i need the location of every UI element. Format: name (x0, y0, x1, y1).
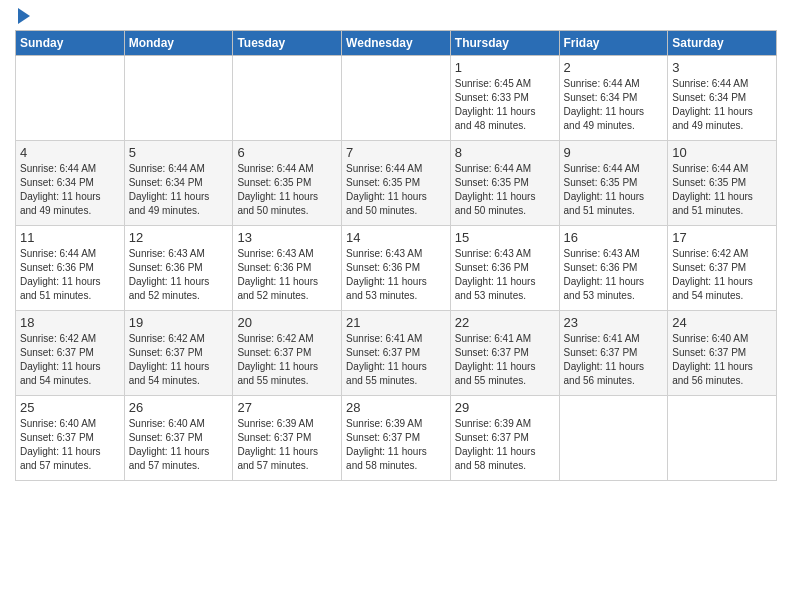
calendar-cell: 29Sunrise: 6:39 AM Sunset: 6:37 PM Dayli… (450, 396, 559, 481)
day-number: 24 (672, 315, 772, 330)
cell-content: Sunrise: 6:40 AM Sunset: 6:37 PM Dayligh… (20, 417, 120, 473)
day-number: 22 (455, 315, 555, 330)
day-number: 4 (20, 145, 120, 160)
calendar-cell: 26Sunrise: 6:40 AM Sunset: 6:37 PM Dayli… (124, 396, 233, 481)
cell-content: Sunrise: 6:44 AM Sunset: 6:35 PM Dayligh… (672, 162, 772, 218)
calendar-cell: 22Sunrise: 6:41 AM Sunset: 6:37 PM Dayli… (450, 311, 559, 396)
day-number: 10 (672, 145, 772, 160)
cell-content: Sunrise: 6:42 AM Sunset: 6:37 PM Dayligh… (237, 332, 337, 388)
calendar-cell: 17Sunrise: 6:42 AM Sunset: 6:37 PM Dayli… (668, 226, 777, 311)
header-day-saturday: Saturday (668, 31, 777, 56)
day-number: 21 (346, 315, 446, 330)
calendar-cell: 16Sunrise: 6:43 AM Sunset: 6:36 PM Dayli… (559, 226, 668, 311)
calendar-cell (124, 56, 233, 141)
cell-content: Sunrise: 6:43 AM Sunset: 6:36 PM Dayligh… (237, 247, 337, 303)
day-number: 29 (455, 400, 555, 415)
week-row-3: 11Sunrise: 6:44 AM Sunset: 6:36 PM Dayli… (16, 226, 777, 311)
calendar-cell: 13Sunrise: 6:43 AM Sunset: 6:36 PM Dayli… (233, 226, 342, 311)
calendar-cell: 28Sunrise: 6:39 AM Sunset: 6:37 PM Dayli… (342, 396, 451, 481)
calendar-cell: 8Sunrise: 6:44 AM Sunset: 6:35 PM Daylig… (450, 141, 559, 226)
calendar-cell: 5Sunrise: 6:44 AM Sunset: 6:34 PM Daylig… (124, 141, 233, 226)
cell-content: Sunrise: 6:44 AM Sunset: 6:34 PM Dayligh… (672, 77, 772, 133)
cell-content: Sunrise: 6:43 AM Sunset: 6:36 PM Dayligh… (129, 247, 229, 303)
header-day-friday: Friday (559, 31, 668, 56)
cell-content: Sunrise: 6:44 AM Sunset: 6:34 PM Dayligh… (20, 162, 120, 218)
calendar-cell: 19Sunrise: 6:42 AM Sunset: 6:37 PM Dayli… (124, 311, 233, 396)
day-number: 11 (20, 230, 120, 245)
cell-content: Sunrise: 6:44 AM Sunset: 6:35 PM Dayligh… (455, 162, 555, 218)
cell-content: Sunrise: 6:44 AM Sunset: 6:34 PM Dayligh… (129, 162, 229, 218)
day-number: 15 (455, 230, 555, 245)
calendar-cell: 18Sunrise: 6:42 AM Sunset: 6:37 PM Dayli… (16, 311, 125, 396)
cell-content: Sunrise: 6:44 AM Sunset: 6:35 PM Dayligh… (564, 162, 664, 218)
calendar-cell (342, 56, 451, 141)
day-number: 27 (237, 400, 337, 415)
day-number: 12 (129, 230, 229, 245)
day-number: 25 (20, 400, 120, 415)
cell-content: Sunrise: 6:44 AM Sunset: 6:34 PM Dayligh… (564, 77, 664, 133)
cell-content: Sunrise: 6:39 AM Sunset: 6:37 PM Dayligh… (346, 417, 446, 473)
cell-content: Sunrise: 6:43 AM Sunset: 6:36 PM Dayligh… (564, 247, 664, 303)
week-row-4: 18Sunrise: 6:42 AM Sunset: 6:37 PM Dayli… (16, 311, 777, 396)
cell-content: Sunrise: 6:45 AM Sunset: 6:33 PM Dayligh… (455, 77, 555, 133)
calendar-cell: 15Sunrise: 6:43 AM Sunset: 6:36 PM Dayli… (450, 226, 559, 311)
week-row-5: 25Sunrise: 6:40 AM Sunset: 6:37 PM Dayli… (16, 396, 777, 481)
header-day-wednesday: Wednesday (342, 31, 451, 56)
header (15, 10, 777, 24)
header-row: SundayMondayTuesdayWednesdayThursdayFrid… (16, 31, 777, 56)
day-number: 2 (564, 60, 664, 75)
header-day-thursday: Thursday (450, 31, 559, 56)
calendar-cell: 23Sunrise: 6:41 AM Sunset: 6:37 PM Dayli… (559, 311, 668, 396)
day-number: 9 (564, 145, 664, 160)
cell-content: Sunrise: 6:43 AM Sunset: 6:36 PM Dayligh… (346, 247, 446, 303)
day-number: 8 (455, 145, 555, 160)
cell-content: Sunrise: 6:42 AM Sunset: 6:37 PM Dayligh… (129, 332, 229, 388)
day-number: 13 (237, 230, 337, 245)
cell-content: Sunrise: 6:39 AM Sunset: 6:37 PM Dayligh… (237, 417, 337, 473)
calendar-cell: 2Sunrise: 6:44 AM Sunset: 6:34 PM Daylig… (559, 56, 668, 141)
cell-content: Sunrise: 6:41 AM Sunset: 6:37 PM Dayligh… (564, 332, 664, 388)
logo (15, 10, 30, 24)
day-number: 20 (237, 315, 337, 330)
cell-content: Sunrise: 6:40 AM Sunset: 6:37 PM Dayligh… (672, 332, 772, 388)
cell-content: Sunrise: 6:42 AM Sunset: 6:37 PM Dayligh… (20, 332, 120, 388)
calendar-table: SundayMondayTuesdayWednesdayThursdayFrid… (15, 30, 777, 481)
day-number: 14 (346, 230, 446, 245)
calendar-cell (668, 396, 777, 481)
cell-content: Sunrise: 6:44 AM Sunset: 6:36 PM Dayligh… (20, 247, 120, 303)
calendar-cell: 27Sunrise: 6:39 AM Sunset: 6:37 PM Dayli… (233, 396, 342, 481)
day-number: 6 (237, 145, 337, 160)
calendar-cell: 9Sunrise: 6:44 AM Sunset: 6:35 PM Daylig… (559, 141, 668, 226)
cell-content: Sunrise: 6:43 AM Sunset: 6:36 PM Dayligh… (455, 247, 555, 303)
week-row-2: 4Sunrise: 6:44 AM Sunset: 6:34 PM Daylig… (16, 141, 777, 226)
calendar-cell: 7Sunrise: 6:44 AM Sunset: 6:35 PM Daylig… (342, 141, 451, 226)
calendar-cell (233, 56, 342, 141)
week-row-1: 1Sunrise: 6:45 AM Sunset: 6:33 PM Daylig… (16, 56, 777, 141)
calendar-cell: 21Sunrise: 6:41 AM Sunset: 6:37 PM Dayli… (342, 311, 451, 396)
day-number: 3 (672, 60, 772, 75)
day-number: 16 (564, 230, 664, 245)
day-number: 28 (346, 400, 446, 415)
calendar-cell (16, 56, 125, 141)
day-number: 7 (346, 145, 446, 160)
cell-content: Sunrise: 6:44 AM Sunset: 6:35 PM Dayligh… (346, 162, 446, 218)
calendar-cell: 4Sunrise: 6:44 AM Sunset: 6:34 PM Daylig… (16, 141, 125, 226)
cell-content: Sunrise: 6:44 AM Sunset: 6:35 PM Dayligh… (237, 162, 337, 218)
calendar-cell: 6Sunrise: 6:44 AM Sunset: 6:35 PM Daylig… (233, 141, 342, 226)
day-number: 1 (455, 60, 555, 75)
calendar-cell: 3Sunrise: 6:44 AM Sunset: 6:34 PM Daylig… (668, 56, 777, 141)
day-number: 5 (129, 145, 229, 160)
calendar-cell (559, 396, 668, 481)
calendar-cell: 14Sunrise: 6:43 AM Sunset: 6:36 PM Dayli… (342, 226, 451, 311)
cell-content: Sunrise: 6:39 AM Sunset: 6:37 PM Dayligh… (455, 417, 555, 473)
calendar-cell: 10Sunrise: 6:44 AM Sunset: 6:35 PM Dayli… (668, 141, 777, 226)
calendar-cell: 1Sunrise: 6:45 AM Sunset: 6:33 PM Daylig… (450, 56, 559, 141)
cell-content: Sunrise: 6:42 AM Sunset: 6:37 PM Dayligh… (672, 247, 772, 303)
calendar-cell: 12Sunrise: 6:43 AM Sunset: 6:36 PM Dayli… (124, 226, 233, 311)
cell-content: Sunrise: 6:40 AM Sunset: 6:37 PM Dayligh… (129, 417, 229, 473)
day-number: 18 (20, 315, 120, 330)
page: SundayMondayTuesdayWednesdayThursdayFrid… (0, 0, 792, 612)
cell-content: Sunrise: 6:41 AM Sunset: 6:37 PM Dayligh… (455, 332, 555, 388)
day-number: 17 (672, 230, 772, 245)
header-day-tuesday: Tuesday (233, 31, 342, 56)
